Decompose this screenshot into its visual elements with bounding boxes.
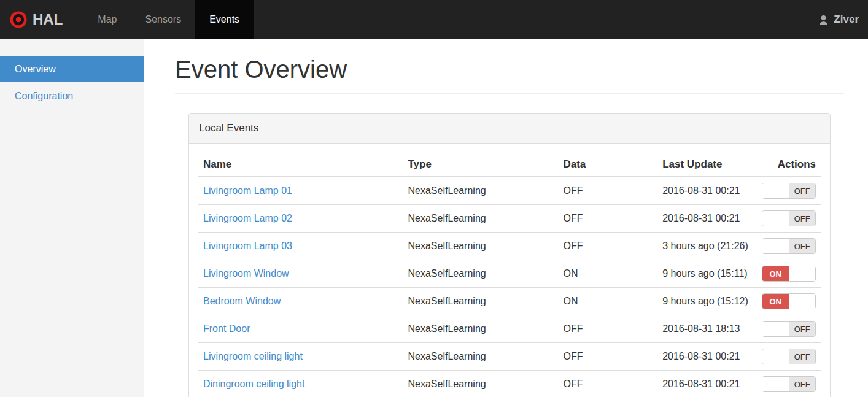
toggle-switch[interactable]: OFF <box>762 349 816 364</box>
toggle-state-label: ON <box>762 294 789 309</box>
device-name-cell: Bedroom Window <box>198 288 403 315</box>
sidebar-item-overview[interactable]: Overview <box>0 56 144 82</box>
device-data-cell: ON <box>558 288 657 315</box>
panel-body: NameTypeDataLast UpdateActions Livingroo… <box>189 144 830 397</box>
user-name: Ziver <box>834 13 859 26</box>
device-name-cell: Livingroom Lamp 01 <box>198 177 403 205</box>
device-data-cell: OFF <box>558 315 657 343</box>
brand-label: HAL <box>33 11 63 28</box>
device-name-cell: Front Door <box>198 315 403 343</box>
device-type-cell: NexaSelfLearning <box>403 233 558 260</box>
table-row: Bedroom WindowNexaSelfLearningON9 hours … <box>198 288 821 315</box>
events-table-body: Livingroom Lamp 01NexaSelfLearningOFF201… <box>198 177 821 397</box>
device-link[interactable]: Livingroom Lamp 02 <box>203 213 292 223</box>
toggle-knob <box>762 183 789 198</box>
toggle-knob <box>789 266 816 281</box>
actions-cell: ON <box>757 260 821 288</box>
panel-heading: Local Events <box>189 114 830 144</box>
toggle-switch[interactable]: OFF <box>762 238 816 254</box>
toggle-state-label: OFF <box>789 377 816 391</box>
nav-item-map[interactable]: Map <box>83 0 131 39</box>
device-type-cell: NexaSelfLearning <box>403 205 558 233</box>
table-row: Livingroom Lamp 02NexaSelfLearningOFF201… <box>198 205 821 233</box>
last-update-cell: 2016-08-31 00:21 <box>657 371 757 397</box>
device-link[interactable]: Diningroom ceiling light <box>203 379 304 389</box>
device-name-cell: Livingroom ceiling light <box>198 343 403 371</box>
actions-cell: OFF <box>757 371 821 397</box>
toggle-switch[interactable]: OFF <box>762 183 816 199</box>
device-type-cell: NexaSelfLearning <box>403 288 558 315</box>
column-header-data: Data <box>558 153 657 177</box>
device-link[interactable]: Bedroom Window <box>203 296 281 306</box>
column-header-last-update: Last Update <box>657 153 757 177</box>
device-data-cell: OFF <box>558 233 657 260</box>
nav-item-events[interactable]: Events <box>195 0 254 39</box>
toggle-state-label: ON <box>762 266 789 281</box>
actions-cell: OFF <box>757 233 821 260</box>
actions-cell: OFF <box>757 315 821 343</box>
device-data-cell: OFF <box>558 343 657 371</box>
last-update-cell: 2016-08-31 18:13 <box>657 315 757 343</box>
actions-cell: OFF <box>757 343 821 371</box>
toggle-knob <box>789 294 816 309</box>
local-events-panel: Local Events NameTypeDataLast UpdateActi… <box>188 113 831 397</box>
toggle-state-label: OFF <box>789 349 816 364</box>
table-row: Livingroom WindowNexaSelfLearningON9 hou… <box>198 260 821 288</box>
actions-cell: OFF <box>757 177 821 205</box>
user-icon <box>818 14 829 26</box>
top-navbar: HAL MapSensorsEvents Ziver <box>0 0 868 39</box>
toggle-knob <box>762 211 789 226</box>
sidebar: OverviewConfiguration <box>0 39 144 397</box>
device-name-cell: Livingroom Lamp 02 <box>198 205 403 233</box>
column-header-name: Name <box>198 153 403 177</box>
last-update-cell: 2016-08-31 00:21 <box>657 177 757 205</box>
toggle-switch[interactable]: ON <box>762 266 816 282</box>
last-update-cell: 9 hours ago (15:11) <box>657 260 757 288</box>
device-data-cell: ON <box>558 260 657 288</box>
brand[interactable]: HAL <box>0 0 74 39</box>
toggle-switch[interactable]: OFF <box>762 210 816 226</box>
table-row: Front DoorNexaSelfLearningOFF2016-08-31 … <box>198 315 821 343</box>
table-row: Livingroom Lamp 03NexaSelfLearningOFF3 h… <box>198 233 821 260</box>
last-update-cell: 9 hours ago (15:12) <box>657 288 757 315</box>
sidebar-item-configuration[interactable]: Configuration <box>0 83 144 109</box>
device-data-cell: OFF <box>558 205 657 233</box>
events-table-head-row: NameTypeDataLast UpdateActions <box>198 153 821 177</box>
last-update-cell: 3 hours ago (21:26) <box>657 233 757 260</box>
toggle-switch[interactable]: OFF <box>762 321 816 337</box>
device-type-cell: NexaSelfLearning <box>403 177 558 205</box>
toggle-knob <box>762 239 789 253</box>
device-data-cell: OFF <box>558 371 657 397</box>
toggle-knob <box>762 322 789 336</box>
hal-logo-icon <box>10 11 27 28</box>
toggle-knob <box>762 349 789 364</box>
page-title: Event Overview <box>175 56 844 94</box>
actions-cell: OFF <box>757 205 821 233</box>
actions-cell: ON <box>757 288 821 315</box>
device-link[interactable]: Front Door <box>203 323 250 334</box>
last-update-cell: 2016-08-31 00:21 <box>657 205 757 233</box>
device-link[interactable]: Livingroom Lamp 03 <box>203 241 292 251</box>
table-row: Diningroom ceiling lightNexaSelfLearning… <box>198 371 821 397</box>
column-header-type: Type <box>403 153 558 177</box>
last-update-cell: 2016-08-31 00:21 <box>657 343 757 371</box>
toggle-state-label: OFF <box>789 322 816 336</box>
column-header-actions: Actions <box>757 153 821 177</box>
device-link[interactable]: Livingroom Lamp 01 <box>203 185 292 196</box>
events-table: NameTypeDataLast UpdateActions Livingroo… <box>198 153 821 397</box>
toggle-knob <box>762 377 789 391</box>
device-link[interactable]: Livingroom ceiling light <box>203 351 303 361</box>
panel-title: Local Events <box>199 122 258 134</box>
user-menu[interactable]: Ziver <box>808 0 868 39</box>
device-name-cell: Diningroom ceiling light <box>198 371 403 397</box>
device-data-cell: OFF <box>558 177 657 205</box>
device-name-cell: Livingroom Lamp 03 <box>198 233 403 260</box>
table-row: Livingroom ceiling lightNexaSelfLearning… <box>198 343 821 371</box>
table-row: Livingroom Lamp 01NexaSelfLearningOFF201… <box>198 177 821 205</box>
device-link[interactable]: Livingroom Window <box>203 268 289 279</box>
toggle-state-label: OFF <box>789 211 816 226</box>
nav-item-sensors[interactable]: Sensors <box>131 0 195 39</box>
toggle-switch[interactable]: OFF <box>762 376 816 392</box>
toggle-switch[interactable]: ON <box>762 293 816 309</box>
device-type-cell: NexaSelfLearning <box>403 315 558 343</box>
